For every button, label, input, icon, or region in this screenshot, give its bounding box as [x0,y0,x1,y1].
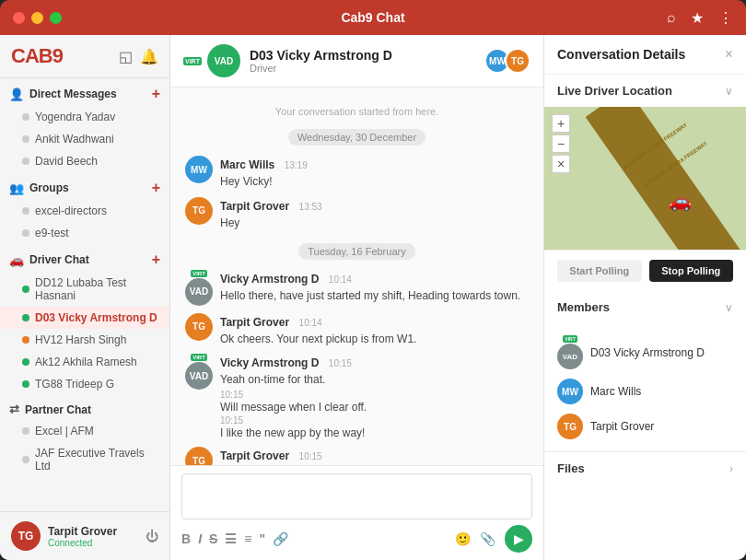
member-name-tarpit: Tarpit Grover [590,420,654,433]
sidebar-item-excel-afm[interactable]: Excel | AFM [0,420,169,442]
msg-sender: Tarpit Grover [220,200,289,213]
date-divider-2: Tuesday, 16 February [185,242,529,259]
search-icon[interactable]: ⌕ [667,9,676,27]
ordered-list-button[interactable]: ≡ [244,531,251,546]
map-zoom-controls: + − × [552,114,570,173]
sidebar-scroll: 👤 Direct Messages + Yogendra Yadav Ankit… [0,78,169,511]
attachment-button[interactable]: 📎 [480,531,495,546]
files-header[interactable]: Files › [544,452,746,484]
sidebar-item-d03[interactable]: D03 Vicky Armstrong D [0,307,169,329]
date-divider-1: Wednesday, 30 December [185,128,529,145]
members-section: Members ∨ VIRT VAD D03 Vicky Armstrong D… [544,291,746,452]
msg-time: 10:14 [329,274,352,285]
person-icon: 👤 [9,88,24,101]
online-dot [22,286,29,293]
online-dot [22,135,29,143]
sidebar-item-tg88[interactable]: TG88 Trideep G [0,373,169,395]
member-avatar-tarpit: TG [557,414,583,439]
strikethrough-button[interactable]: S [209,531,217,546]
zoom-out-button[interactable]: − [552,134,570,153]
user-status: Connected [48,538,117,548]
member-item-vicky: VIRT VAD D03 Vicky Armstrong D [557,331,733,374]
groups-section-label: Groups [29,181,69,194]
add-driver-chat-button[interactable]: + [152,251,160,268]
maximize-dot[interactable] [50,12,62,24]
sidebar-header-icons: ◱ 🔔 [119,48,158,65]
sidebar-item-e9-test[interactable]: e9-test [0,222,169,244]
message-tarpit-1: TG Tarpit Grover 13:53 Hey [185,197,529,231]
input-toolbar: B I S ☰ ≡ " 🔗 🙂 📎 ▶ [170,519,543,560]
menu-icon[interactable]: ⋮ [718,9,733,27]
section-driver-chat[interactable]: 🚗 Driver Chat + [0,244,169,272]
sidebar-item-excel-directors[interactable]: excel-directors [0,200,169,222]
member-name-vicky: D03 Vicky Armstrong D [590,346,705,359]
power-icon[interactable]: ⏻ [146,529,158,543]
msg-sender: Tarpit Grover [220,316,289,329]
section-direct-messages[interactable]: 👤 Direct Messages + [0,78,169,106]
members-list: VIRT VAD D03 Vicky Armstrong D MW Marc W… [544,323,746,451]
message-input[interactable] [181,473,532,519]
sidebar-footer: TG Tarpit Grover Connected ⏻ [0,511,169,560]
polling-section: Start Polling Stop Polling [544,251,746,291]
stop-polling-button[interactable]: Stop Polling [649,260,734,282]
msg-sender: Marc Wills [220,158,274,171]
sub-time-2: 10:15 [220,415,367,426]
active-dot [22,314,29,321]
message-tarpit-2: TG Tarpit Grover 10:14 Ok cheers. Your n… [185,313,529,347]
member-item-tarpit: TG Tarpit Grover [557,409,733,444]
chat-input-area: B I S ☰ ≡ " 🔗 🙂 📎 ▶ [170,465,543,560]
chat-header-info: D03 Vicky Armstrong D Driver [250,48,392,74]
link-button[interactable]: 🔗 [273,531,288,546]
main-window: Cab9 Chat ⌕ ★ ⋮ CAB9 ◱ 🔔 👤 Direc [0,0,746,560]
list-button[interactable]: ☰ [225,531,237,546]
live-driver-header[interactable]: Live Driver Location ∨ [544,75,746,107]
sidebar-item-david[interactable]: David Beech [0,150,169,172]
vicky-avatar-2: VAD [185,362,213,390]
bell-icon[interactable]: 🔔 [140,48,158,65]
driver-badge: VIRT [563,335,577,343]
close-panel-button[interactable]: × [725,46,733,63]
italic-button[interactable]: I [198,531,202,546]
compose-icon[interactable]: ◱ [119,48,133,65]
window-title: Cab9 Chat [341,10,404,25]
quote-button[interactable]: " [260,531,266,546]
send-button[interactable]: ▶ [505,525,532,553]
vicky-avatar: VAD [185,278,213,306]
window-controls [13,12,62,24]
titlebar-actions: ⌕ ★ ⋮ [667,9,733,27]
sidebar-item-hv12[interactable]: HV12 Harsh Singh [0,329,169,351]
section-groups[interactable]: 👥 Groups + [0,172,169,200]
chat-header-avatar: VAD [207,44,240,77]
conversation-start-msg: Your conversation started from here. [185,106,529,117]
msg-time: 10:15 [329,358,352,368]
section-partner-chat[interactable]: ⇄ Partner Chat [0,395,169,420]
members-chevron-icon: ∨ [725,301,733,314]
msg-time: 10:15 [299,451,322,461]
zoom-in-button[interactable]: + [552,114,570,133]
close-dot[interactable] [13,12,25,24]
chevron-down-icon: ∨ [725,85,733,98]
bold-button[interactable]: B [181,531,191,546]
bookmark-icon[interactable]: ★ [691,9,704,27]
emoji-button[interactable]: 🙂 [455,531,471,546]
marc-avatar: MW [185,156,213,183]
sidebar-item-ak12[interactable]: Ak12 Akhila Ramesh [0,351,169,373]
driver-chat-label: Driver Chat [29,253,89,266]
members-header[interactable]: Members ∨ [544,291,746,323]
sidebar-item-dd12[interactable]: DD12 Lubaba Test Hasnani [0,272,169,307]
add-group-button[interactable]: + [152,180,160,196]
chat-messages: Your conversation started from here. Wed… [170,88,543,465]
add-dm-button[interactable]: + [152,86,160,102]
main-content: CAB9 ◱ 🔔 👤 Direct Messages + Yog [0,35,746,560]
current-user: TG Tarpit Grover Connected [11,521,117,551]
files-title: Files [557,461,585,475]
status-dot [22,427,29,435]
sidebar-item-jaf[interactable]: JAF Executive Travels Ltd [0,442,169,477]
logo: CAB9 [11,44,63,68]
start-polling-button[interactable]: Start Polling [557,260,642,282]
sidebar-item-yogendra[interactable]: Yogendra Yadav [0,106,169,128]
tarpit-avatar: TG [185,313,213,341]
minimize-dot[interactable] [31,12,43,24]
sidebar-item-ankit[interactable]: Ankit Wadhwani [0,128,169,150]
zoom-reset-button[interactable]: × [552,155,570,173]
